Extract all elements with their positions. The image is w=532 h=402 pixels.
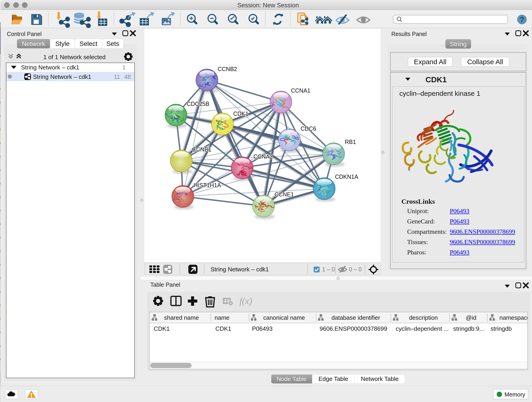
svg-text:database identifier: database identifier (331, 314, 380, 321)
svg-text:CDC6: CDC6 (301, 125, 316, 132)
svg-text:P06493: P06493 (252, 325, 273, 332)
svg-text:CDC25B: CDC25B (187, 101, 209, 107)
svg-text:namespace: namespace (500, 314, 528, 321)
svg-text:CDK1: CDK1 (233, 110, 249, 117)
svg-text:CDKN1A: CDKN1A (335, 173, 358, 180)
svg-text:canonical name: canonical name (263, 314, 305, 321)
svg-text:name: name (215, 314, 229, 321)
svg-text:f(x): f(x) (239, 296, 252, 306)
svg-text:cyclin–dependent ...: cyclin–dependent ... (396, 325, 449, 332)
svg-text:CDK1: CDK1 (154, 325, 170, 332)
svg-text:9606.ENSP00000378699: 9606.ENSP00000378699 (320, 325, 387, 332)
svg-text:RB1: RB1 (345, 139, 356, 145)
svg-text:0 – 0: 0 – 0 (349, 266, 362, 273)
svg-text:HIST1H1A: HIST1H1A (194, 182, 221, 188)
svg-text:stringdb: stringdb (491, 325, 512, 332)
svg-text:CCNA1: CCNA1 (291, 87, 310, 94)
svg-text:@id: @id (466, 314, 476, 321)
svg-text:shared name: shared name (164, 314, 199, 321)
svg-text:CCNA2: CCNA2 (253, 153, 273, 160)
svg-text:1 – 0: 1 – 0 (322, 266, 335, 273)
svg-text:stringdb:9...: stringdb:9... (453, 325, 484, 332)
svg-text:CCNE1: CCNE1 (274, 191, 294, 198)
svg-text:CCNB2: CCNB2 (218, 66, 237, 72)
svg-text:?: ? (520, 15, 525, 24)
svg-text:CDK1: CDK1 (215, 325, 231, 332)
svg-text:description: description (409, 314, 438, 321)
svg-text:String Network – cdk1: String Network – cdk1 (210, 266, 269, 273)
svg-text:CCNB1: CCNB1 (192, 146, 211, 153)
